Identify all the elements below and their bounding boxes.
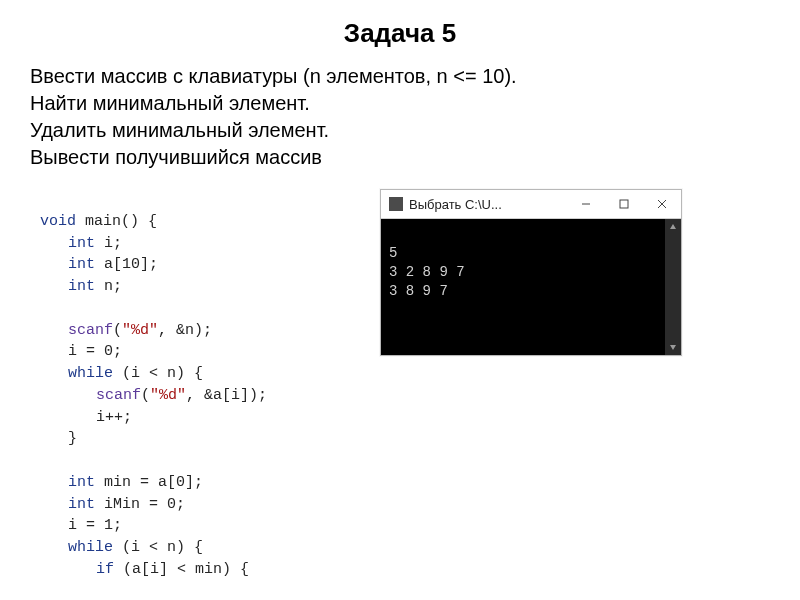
code-token: int (68, 256, 95, 273)
code-token: while (68, 539, 113, 556)
console-line: 3 2 8 9 7 (389, 264, 465, 280)
svg-marker-5 (670, 345, 676, 350)
code-token: int (68, 474, 95, 491)
code-token: n; (95, 278, 122, 295)
code-token: (i < n) { (113, 539, 203, 556)
code-token: , &n); (158, 322, 212, 339)
svg-marker-4 (670, 224, 676, 229)
code-token: min = a[0]; (95, 474, 203, 491)
code-token: iMin = 0; (95, 496, 185, 513)
page-title: Задача 5 (0, 18, 800, 49)
code-token: scanf (96, 387, 141, 404)
code-token: int (68, 496, 95, 513)
code-token: ( (141, 387, 150, 404)
code-token: "%d" (150, 387, 186, 404)
code-token: a[10]; (95, 256, 158, 273)
console-line: 5 (389, 245, 397, 261)
console-line: 3 8 9 7 (389, 283, 448, 299)
code-token: "%d" (122, 322, 158, 339)
code-token: scanf (68, 322, 113, 339)
maximize-icon (619, 199, 629, 209)
minimize-icon (581, 199, 591, 209)
console-output: 5 3 2 8 9 7 3 8 9 7 (381, 219, 681, 355)
code-token (40, 300, 68, 317)
code-block: void main() { int i; int a[10]; int n; s… (40, 189, 350, 581)
task-line: Удалить минимальный элемент. (30, 117, 770, 144)
code-token: i = 0; (40, 343, 122, 360)
window-title: Выбрать C:\U... (409, 197, 567, 212)
code-token: int (68, 278, 95, 295)
code-token: (a[i] < min) { (114, 561, 249, 578)
close-icon (657, 199, 667, 209)
task-description: Ввести массив с клавиатуры (n элементов,… (30, 63, 770, 171)
code-token: void (40, 213, 76, 230)
code-token: while (68, 365, 113, 382)
code-token (40, 452, 68, 469)
vertical-scrollbar[interactable] (665, 219, 681, 355)
console-window: Выбрать C:\U... 5 3 2 8 9 7 3 8 9 7 (380, 189, 682, 356)
code-token: , &a[i]); (186, 387, 267, 404)
maximize-button[interactable] (605, 190, 643, 218)
task-line: Ввести массив с клавиатуры (n элементов,… (30, 63, 770, 90)
scroll-down-icon[interactable] (665, 339, 681, 355)
code-token: i++; (40, 409, 132, 426)
close-button[interactable] (643, 190, 681, 218)
code-token: ( (113, 322, 122, 339)
code-token: } (40, 430, 77, 447)
code-token: int (68, 235, 95, 252)
code-token: i = 1; (40, 517, 122, 534)
console-app-icon (389, 197, 403, 211)
code-token: if (96, 561, 114, 578)
code-token: (i < n) { (113, 365, 203, 382)
code-token: main() { (76, 213, 157, 230)
titlebar[interactable]: Выбрать C:\U... (381, 190, 681, 219)
scroll-up-icon[interactable] (665, 219, 681, 235)
code-token: i; (95, 235, 122, 252)
svg-rect-1 (620, 200, 628, 208)
task-line: Вывести получившийся массив (30, 144, 770, 171)
minimize-button[interactable] (567, 190, 605, 218)
task-line: Найти минимальный элемент. (30, 90, 770, 117)
